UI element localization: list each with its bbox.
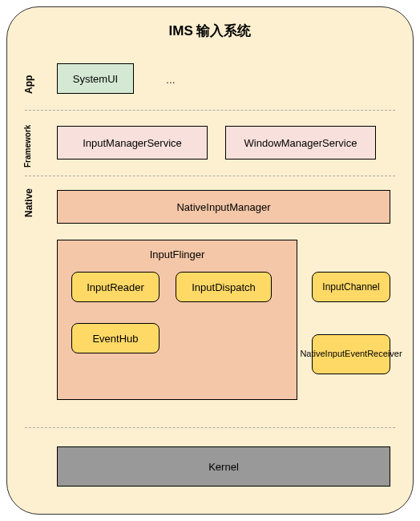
layer-label-native: Native [23, 185, 34, 217]
diagram-canvas: IMS 输入系统 App SystemUI ... Framework Inpu… [6, 6, 414, 515]
node-inputreader: InputReader [71, 272, 160, 302]
node-nativeinputeventreceiver: NativeInputEventReceiver [312, 334, 390, 374]
node-inputmanagerservice: InputManagerService [57, 126, 208, 160]
divider-app-framework [25, 110, 395, 111]
layer-label-framework: Framework [23, 119, 32, 168]
layer-label-app: App [23, 70, 34, 94]
node-kernel: Kernel [57, 446, 390, 487]
node-eventhub: EventHub [71, 323, 160, 353]
node-windowmanagerservice: WindowManagerService [225, 126, 376, 160]
node-inputdispatch: InputDispatch [176, 272, 272, 302]
node-nativeinputmanager: NativeInputManager [57, 190, 390, 224]
diagram-title: IMS 输入系统 [7, 22, 413, 40]
divider-native-kernel [25, 427, 395, 428]
inputflinger-label: InputFlinger [58, 248, 297, 260]
node-inputflinger: InputFlinger [57, 240, 297, 400]
node-systemui: SystemUI [57, 63, 134, 94]
divider-framework-native [25, 176, 395, 176]
ellipsis: ... [166, 73, 176, 86]
node-inputchannel: InputChannel [312, 272, 390, 302]
